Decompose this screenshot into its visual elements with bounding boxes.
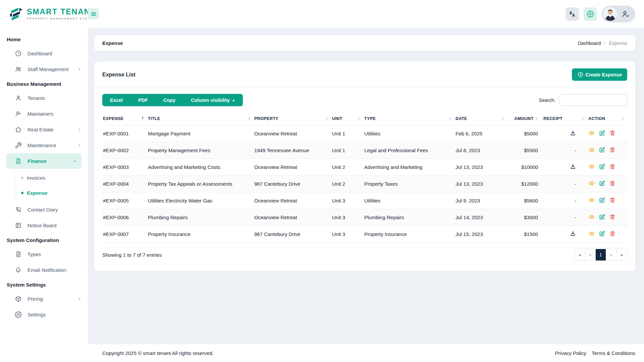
sort-desc-icon: ▼ — [582, 119, 584, 121]
delete-icon[interactable] — [609, 214, 616, 220]
settings-button[interactable] — [584, 7, 597, 21]
breadcrumb-separator-icon: › — [604, 41, 605, 46]
edit-icon[interactable] — [599, 230, 605, 237]
view-icon[interactable] — [588, 230, 595, 237]
delete-icon[interactable] — [609, 180, 616, 187]
column-header-amount[interactable]: AMOUNT▲▼ — [507, 113, 543, 125]
sidebar-toggle-button[interactable] — [88, 8, 99, 19]
column-header-title[interactable]: TITLE▲▼ — [147, 113, 254, 125]
delete-icon[interactable] — [609, 130, 616, 136]
table-row[interactable]: #EXP-0005 Utilities Electricity Water Ga… — [102, 192, 627, 209]
delete-icon[interactable] — [609, 146, 616, 153]
sidebar-item-finance[interactable]: Finance — [6, 153, 82, 169]
column-header-action[interactable]: ACTION▲▼ — [588, 113, 627, 125]
chevron-right-icon — [77, 127, 82, 132]
view-icon[interactable] — [588, 146, 595, 153]
no-receipt-dash: - — [575, 198, 576, 203]
edit-icon[interactable] — [599, 214, 605, 220]
sidebar-item-notice-board[interactable]: Notice Board — [0, 218, 88, 233]
view-icon[interactable] — [588, 197, 595, 203]
bullet-icon — [21, 192, 23, 194]
sidebar-item-real-estate[interactable]: Real Estate — [0, 122, 88, 137]
profile-menu[interactable] — [602, 6, 635, 22]
delete-icon[interactable] — [609, 230, 616, 237]
pagination-prev-button[interactable]: ‹ — [585, 249, 596, 260]
card-header: Expense List Create Expense — [94, 62, 635, 88]
excel-button[interactable]: Excel — [102, 94, 130, 106]
home-icon — [15, 126, 22, 133]
sidebar-item-contact-diary[interactable]: Contact Diary — [0, 202, 88, 218]
column-header-unit[interactable]: UNIT▲▼ — [331, 113, 364, 125]
sidebar-item-tenants[interactable]: Tenants — [0, 90, 88, 106]
sidebar-item-staff-management[interactable]: Staff Management — [0, 61, 88, 77]
column-header-type[interactable]: TYPE▲▼ — [364, 113, 455, 125]
delete-icon[interactable] — [609, 197, 616, 203]
app-frame: SMART TENANT PROPERTY MANAGEMENT SYSTEM — [0, 0, 644, 362]
file-icon — [15, 158, 22, 165]
date-cell: Jul 14, 2023 — [455, 209, 507, 226]
pagination-page-1-button[interactable]: 1 — [596, 249, 606, 260]
pagination-first-button[interactable]: « — [575, 249, 585, 260]
translate-button[interactable] — [566, 7, 579, 21]
column-visibility-button[interactable]: Column visibility▼ — [183, 94, 243, 106]
edit-icon[interactable] — [599, 146, 605, 153]
download-receipt-icon[interactable] — [570, 230, 576, 237]
sidebar-item-email-notification[interactable]: Email Notification — [0, 262, 88, 278]
pagination-next-button[interactable]: › — [606, 249, 616, 260]
view-icon[interactable] — [588, 180, 595, 187]
delete-icon[interactable] — [609, 163, 616, 170]
property-cell: 987 Cantebury Drive — [254, 226, 331, 243]
view-icon[interactable] — [588, 214, 595, 220]
chevron-right-icon — [77, 297, 82, 301]
copy-button[interactable]: Copy — [156, 94, 183, 106]
sort-desc-icon: ▼ — [449, 119, 451, 121]
search-input[interactable] — [559, 94, 627, 106]
table-row[interactable]: #EXP-0002 Property Management Fees 1949 … — [102, 142, 627, 159]
sort-desc-icon: ▼ — [536, 119, 538, 121]
privacy-policy-link[interactable]: Privacy Policy — [555, 350, 586, 356]
create-expense-button[interactable]: Create Expense — [572, 68, 627, 81]
sidebar-item-maintenance[interactable]: Maintenance — [0, 137, 88, 153]
column-header-receipt[interactable]: RECEIPT▲▼ — [543, 113, 588, 125]
gear-icon — [15, 311, 22, 318]
view-icon[interactable] — [588, 163, 595, 170]
table-row[interactable]: #EXP-0001 Mortgage Payment Oceanview Ret… — [102, 125, 627, 142]
table-row[interactable]: #EXP-0007 Property Insurance 987 Cantebu… — [102, 226, 627, 243]
edit-icon[interactable] — [599, 130, 605, 136]
table-row[interactable]: #EXP-0003 Advertising and Marketing Cost… — [102, 159, 627, 176]
pagination-last-button[interactable]: » — [616, 249, 627, 260]
copyright-text: Copyright 2025 © smart tenant All rights… — [102, 350, 214, 356]
sidebar-item-expense[interactable]: Expense — [16, 185, 88, 200]
brand-logo[interactable]: SMART TENANT PROPERTY MANAGEMENT SYSTEM — [0, 6, 88, 22]
expense-id-cell: #EXP-0006 — [102, 209, 147, 226]
type-cell: Utilities — [364, 192, 455, 209]
table-row[interactable]: #EXP-0006 Plumbing Repairs Oceanview Ret… — [102, 209, 627, 226]
sidebar-item-pricing[interactable]: Pricing — [0, 291, 88, 307]
edit-icon[interactable] — [599, 197, 605, 203]
sidebar-item-dashboard[interactable]: Dashboard — [0, 46, 88, 61]
breadcrumb-dashboard-link[interactable]: Dashboard — [578, 41, 601, 46]
column-header-date[interactable]: DATE▲▼ — [455, 113, 507, 125]
download-receipt-icon[interactable] — [570, 130, 576, 136]
pdf-button[interactable]: PDF — [130, 94, 156, 106]
sidebar-item-settings[interactable]: Settings — [0, 307, 88, 322]
column-header-expense[interactable]: EXPENSE▲▼ — [102, 113, 147, 125]
package-icon — [15, 295, 22, 302]
terms-link[interactable]: Terms & Conditions — [592, 350, 635, 356]
date-cell: Jul 15, 2023 — [455, 226, 507, 243]
column-header-property[interactable]: PROPERTY▲▼ — [254, 113, 331, 125]
sidebar-item-maintainers[interactable]: Maintainers — [0, 106, 88, 122]
sidebar-section-business-management: Business Management — [0, 77, 88, 90]
sidebar-item-invoices[interactable]: Invoices — [16, 170, 88, 185]
view-icon[interactable] — [588, 130, 595, 136]
sidebar-item-types[interactable]: Types — [0, 246, 88, 262]
download-receipt-icon[interactable] — [570, 163, 576, 170]
amount-cell: $5500 — [507, 142, 543, 159]
table-row[interactable]: #EXP-0004 Property Tax Appeals or Assess… — [102, 176, 627, 192]
edit-icon[interactable] — [599, 180, 605, 187]
title-cell: Property Management Fees — [147, 142, 254, 159]
sort-icons: ▲▼ — [142, 117, 144, 121]
type-cell: Advertising and Marketing — [364, 159, 455, 176]
edit-icon[interactable] — [599, 163, 605, 170]
amount-cell: $5000 — [507, 125, 543, 142]
